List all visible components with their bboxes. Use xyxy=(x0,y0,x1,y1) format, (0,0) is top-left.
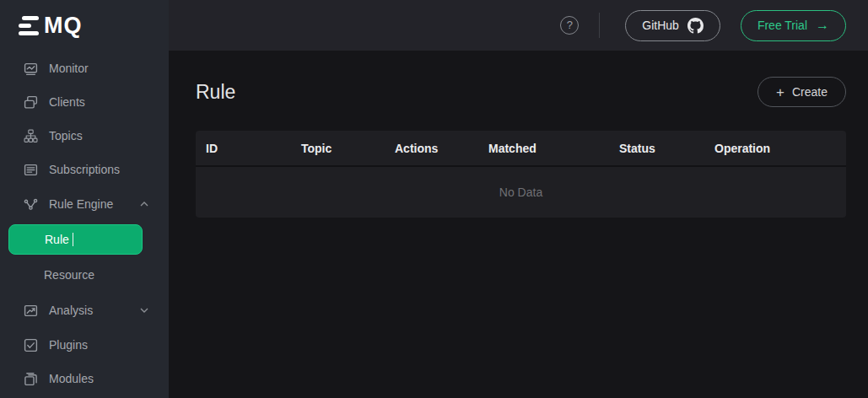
page-head: Rule + Create xyxy=(196,77,846,107)
sidebar-subitem-label: Resource xyxy=(44,268,94,282)
emq-logo-text: MQ xyxy=(44,14,83,37)
chevron-up-icon xyxy=(140,202,148,207)
sidebar: MQ Monitor Clients Topics Subscription xyxy=(0,0,169,398)
rule-engine-icon xyxy=(24,197,38,212)
table-empty-state: No Data xyxy=(196,167,846,218)
column-header-status: Status xyxy=(609,142,704,155)
github-octocat-icon xyxy=(687,18,704,34)
clients-icon xyxy=(24,95,38,110)
sidebar-item-label: Topics xyxy=(49,129,83,143)
column-header-id: ID xyxy=(196,142,291,155)
sidebar-item-label: Subscriptions xyxy=(49,163,120,176)
plugins-icon xyxy=(24,338,38,352)
create-button-label: Create xyxy=(792,85,828,99)
sidebar-item-label: Monitor xyxy=(49,62,89,75)
column-header-matched: Matched xyxy=(478,142,609,155)
sidebar-item-label: Clients xyxy=(49,95,85,109)
page-title: Rule xyxy=(196,81,235,104)
main-content: Rule + Create ID Topic Actions Matched S… xyxy=(169,51,868,398)
sidebar-item-modules[interactable]: Modules xyxy=(0,362,169,395)
sidebar-subitem-rule[interactable]: Rule xyxy=(0,222,169,257)
text-cursor xyxy=(73,233,73,246)
sidebar-item-label: Rule Engine xyxy=(49,197,113,211)
monitor-icon xyxy=(24,62,38,76)
sidebar-item-label: Analysis xyxy=(49,304,93,317)
rule-selected-pill[interactable]: Rule xyxy=(8,224,143,255)
plus-icon: + xyxy=(776,85,784,100)
sidebar-item-label: Plugins xyxy=(49,338,88,352)
github-button[interactable]: GitHub xyxy=(625,10,720,41)
arrow-right-icon: → xyxy=(816,19,829,32)
sidebar-item-analysis[interactable]: Analysis xyxy=(0,293,169,328)
column-header-operation: Operation xyxy=(704,142,846,155)
analysis-icon xyxy=(24,304,38,318)
sidebar-item-label: Modules xyxy=(49,372,94,385)
emq-logo-e-icon xyxy=(19,16,39,35)
sidebar-item-subscriptions[interactable]: Subscriptions xyxy=(0,153,169,186)
sidebar-item-plugins[interactable]: Plugins xyxy=(0,328,169,362)
sidebar-item-clients[interactable]: Clients xyxy=(0,85,169,119)
github-button-label: GitHub xyxy=(642,19,679,32)
chevron-down-icon xyxy=(140,308,148,313)
emq-logo[interactable]: MQ xyxy=(0,0,169,37)
table-header-row: ID Topic Actions Matched Status Operatio… xyxy=(196,131,846,167)
header-divider xyxy=(599,13,600,38)
rules-table: ID Topic Actions Matched Status Operatio… xyxy=(196,131,846,218)
sidebar-nav: Monitor Clients Topics Subscriptions Rul xyxy=(0,51,169,395)
create-button[interactable]: + Create xyxy=(757,77,846,107)
topics-icon xyxy=(24,129,38,143)
free-trial-label: Free Trial xyxy=(757,19,807,32)
sidebar-item-rule-engine[interactable]: Rule Engine xyxy=(0,186,169,222)
column-header-actions: Actions xyxy=(385,142,478,155)
sidebar-subitem-resource[interactable]: Resource xyxy=(0,257,169,293)
help-icon[interactable]: ? xyxy=(560,16,579,35)
column-header-topic: Topic xyxy=(291,142,385,155)
sidebar-subitem-label: Rule xyxy=(45,233,69,246)
top-header: ? GitHub Free Trial → xyxy=(169,0,868,51)
sidebar-item-monitor[interactable]: Monitor xyxy=(0,51,169,85)
sidebar-item-topics[interactable]: Topics xyxy=(0,119,169,153)
modules-icon xyxy=(24,372,38,386)
free-trial-button[interactable]: Free Trial → xyxy=(741,10,846,41)
subscriptions-icon xyxy=(24,163,38,177)
